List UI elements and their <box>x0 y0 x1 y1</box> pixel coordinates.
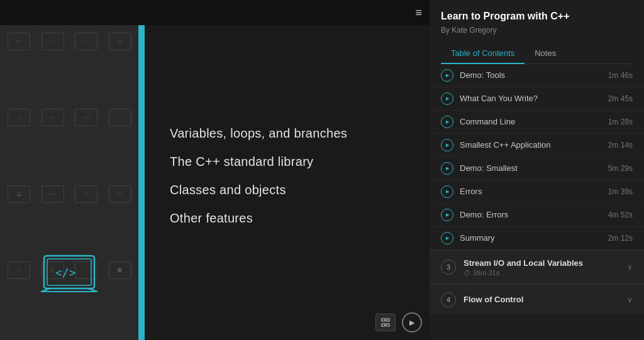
bottom-controls: ▶ <box>375 312 422 332</box>
icon-cursor: ↖ <box>75 33 97 50</box>
icon-bug: 🐞 <box>8 109 30 126</box>
laptop-svg: </> <box>38 253 101 300</box>
section-number-4: 4 <box>441 292 456 307</box>
icon-code1: </> <box>42 33 64 50</box>
tabs-row: Table of Contents Notes <box>441 43 633 64</box>
play-icon-demo-tools: ▶ <box>441 69 453 82</box>
toc-item-demo-smallest[interactable]: ▶ Demo: Smallest 5m 29s <box>430 157 644 180</box>
toc-label-demo-smallest: Demo: Smallest <box>460 163 603 173</box>
chevron-icon-3: ∨ <box>627 263 633 271</box>
icon-chain: ⛓ <box>75 185 97 203</box>
right-panel: Learn to Program with C++ By Kate Gregor… <box>430 0 644 340</box>
chevron-icon-4: ∨ <box>627 295 633 304</box>
toc-label-summary: Summary <box>460 233 603 243</box>
course-author: By Kate Gregory <box>441 26 633 35</box>
toc-duration-smallest-app: 2m 14s <box>608 141 633 150</box>
play-icon-command-line: ▶ <box>441 116 453 128</box>
play-icon: ▶ <box>409 319 414 327</box>
svg-rect-6 <box>382 324 385 326</box>
icon-html: HTML <box>42 185 64 203</box>
toc-item-smallest-app[interactable]: ▶ Smallest C++ Application 2m 14s <box>430 134 644 157</box>
svg-rect-5 <box>386 319 389 321</box>
top-bar: ≡ <box>0 0 430 25</box>
toc-item-demo-errors[interactable]: ▶ Demo: Errors 4m 52s <box>430 204 644 227</box>
icon-grid: ⊞ <box>42 109 64 126</box>
fullscreen-icon <box>381 318 390 327</box>
section-title-3: Stream I/O and Local Variables <box>464 258 627 268</box>
section-header-4[interactable]: 4 Flow of Control ∨ <box>430 284 644 315</box>
bullet-item-4: Other features <box>170 211 404 226</box>
toc-label-smallest-app: Smallest C++ Application <box>460 140 603 150</box>
play-icon-demo-smallest: ▶ <box>441 162 453 175</box>
icon-code2: <> <box>109 109 131 126</box>
video-area: JPG </> ↖ ⛓ 🐞 ⊞ CSS <> 💻 HTML ⛓ EXE ⊟ 🐛 … <box>0 25 430 340</box>
content-area: Variables, loops, and branches The C++ s… <box>145 25 430 340</box>
toc-item-command-line[interactable]: ▶ Command Line 1m 28s <box>430 111 644 134</box>
play-icon-demo-errors: ▶ <box>441 209 453 221</box>
toc-label-demo-errors: Demo: Errors <box>460 210 603 219</box>
toc-list[interactable]: ▶ Demo: Tools 1m 46s ▶ What Can You Writ… <box>430 64 644 340</box>
play-icon-smallest-app: ▶ <box>441 139 453 151</box>
play-button[interactable]: ▶ <box>402 312 422 332</box>
svg-rect-4 <box>382 319 385 321</box>
toc-label-what-can: What Can You Write? <box>460 94 603 103</box>
icon-css: CSS <box>75 109 97 126</box>
icon-link: ⛓ <box>109 33 131 50</box>
course-title: Learn to Program with C++ <box>441 10 633 23</box>
section-title-4: Flow of Control <box>464 295 627 304</box>
toc-item-errors[interactable]: ▶ Errors 1m 39s <box>430 180 644 204</box>
icon-file: 📄 <box>109 261 131 279</box>
toc-duration-what-can: 2m 45s <box>608 94 633 103</box>
toc-duration-summary: 2m 12s <box>608 234 633 243</box>
svg-rect-7 <box>386 324 389 326</box>
toc-label-demo-tools: Demo: Tools <box>460 70 603 80</box>
toc-label-errors: Errors <box>460 187 603 196</box>
laptop-icon-container: </> <box>38 253 101 302</box>
bullet-item-2: The C++ standard library <box>170 155 404 169</box>
tab-notes[interactable]: Notes <box>525 43 566 64</box>
thumbnail-section: JPG </> ↖ ⛓ 🐞 ⊞ CSS <> 💻 HTML ⛓ EXE ⊟ 🐛 … <box>0 25 145 340</box>
section-info-4: Flow of Control <box>464 295 627 304</box>
clock-icon-3: ⏱ <box>464 269 470 277</box>
icon-laptop: 💻 <box>8 185 30 203</box>
toc-duration-demo-tools: 1m 46s <box>608 71 633 80</box>
toc-item-what-can[interactable]: ▶ What Can You Write? 2m 45s <box>430 87 644 111</box>
toc-duration-demo-smallest: 5m 29s <box>608 164 633 173</box>
left-panel: ≡ JPG </> ↖ ⛓ 🐞 ⊞ CSS <> 💻 HTML ⛓ EXE ⊟ … <box>0 0 430 340</box>
icon-grid2: ⊟ <box>8 261 30 279</box>
fullscreen-button[interactable] <box>375 314 396 331</box>
icon-jpg: JPG <box>8 33 30 50</box>
section-header-3[interactable]: 3 Stream I/O and Local Variables ⏱ 38m 3… <box>430 250 644 284</box>
toc-duration-errors: 1m 39s <box>608 187 633 196</box>
tab-table-of-contents[interactable]: Table of Contents <box>441 43 525 64</box>
bullet-item-3: Classes and objects <box>170 183 404 197</box>
cyan-bar <box>138 25 145 340</box>
play-icon-what-can: ▶ <box>441 92 453 105</box>
toc-duration-demo-errors: 4m 52s <box>608 211 633 219</box>
play-icon-errors: ▶ <box>441 185 453 198</box>
section-duration-3: ⏱ 38m 31s <box>464 269 627 277</box>
section-number-3: 3 <box>441 260 456 275</box>
icon-exe: EXE <box>109 185 131 203</box>
svg-text:</>: </> <box>55 266 76 279</box>
toc-duration-command-line: 1m 28s <box>608 118 633 126</box>
bullet-list: Variables, loops, and branches The C++ s… <box>170 126 404 239</box>
section-info-3: Stream I/O and Local Variables ⏱ 38m 31s <box>464 258 627 277</box>
toc-item-demo-tools[interactable]: ▶ Demo: Tools 1m 46s <box>430 64 644 87</box>
hamburger-icon[interactable]: ≡ <box>415 6 422 19</box>
play-icon-summary: ▶ <box>441 232 453 244</box>
right-header: Learn to Program with C++ By Kate Gregor… <box>430 0 644 64</box>
toc-label-command-line: Command Line <box>460 117 603 126</box>
toc-item-summary[interactable]: ▶ Summary 2m 12s <box>430 227 644 250</box>
bullet-item-1: Variables, loops, and branches <box>170 126 404 141</box>
